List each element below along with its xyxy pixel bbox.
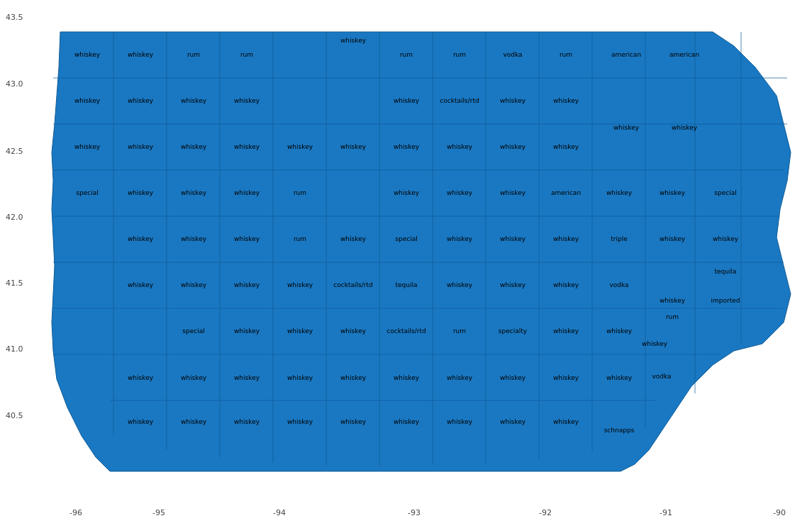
x-label-93: -93 [408,508,421,517]
y-label-405: 40.5 [6,411,23,420]
x-axis: -96 -95 -94 -93 -92 -91 -90 [0,503,812,517]
x-label-95: -95 [152,508,165,517]
x-label-91: -91 [660,508,672,517]
x-label-92: -92 [539,508,552,517]
map-area: whiskey whiskey rum rum whiskey rum rum … [39,11,801,496]
y-label-435: 43.5 [6,13,23,22]
y-axis: 43.5 43.0 42.5 42.0 41.5 41.0 40.5 [0,0,35,528]
x-label-94: -94 [273,508,286,517]
y-label-430: 43.0 [6,79,23,89]
y-label-410: 41.0 [6,344,23,354]
y-label-420: 42.0 [6,213,23,222]
y-label-415: 41.5 [6,279,23,288]
y-label-425: 42.5 [6,147,23,156]
chart-container: 43.5 43.0 42.5 42.0 41.5 41.0 40.5 -96 -… [0,0,812,528]
iowa-map: whiskey whiskey rum rum whiskey rum rum … [39,11,801,496]
x-label-96: -96 [69,508,82,517]
x-label-90: -90 [773,508,786,517]
